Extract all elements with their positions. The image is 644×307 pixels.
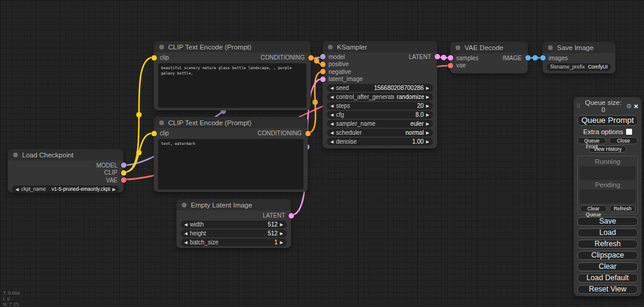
output-slot-latent[interactable]	[289, 213, 294, 218]
decrement-arrow-icon[interactable]: ◀	[184, 238, 187, 246]
input-slot-vae[interactable]	[448, 63, 453, 68]
widget-height[interactable]: ◀ height 512 ▶	[181, 230, 287, 237]
increment-arrow-icon[interactable]: ▶	[280, 230, 283, 237]
input-slot-positive[interactable]	[320, 61, 326, 67]
node-ksampler[interactable]: KSampler model LATENT positive negative …	[323, 41, 437, 148]
increment-arrow-icon[interactable]: ▶	[426, 120, 429, 128]
widget-batch-size[interactable]: ◀ batch_size 1 ▶	[181, 238, 287, 246]
close-button[interactable]: Close	[609, 137, 638, 144]
refresh-queue-button[interactable]: Refresh	[609, 205, 636, 212]
increment-arrow-icon[interactable]: ▶	[280, 221, 283, 228]
increment-arrow-icon[interactable]: ▶	[426, 93, 429, 101]
increment-arrow-icon[interactable]: ▶	[426, 129, 429, 137]
widget-ckpt-name[interactable]: ◀ ckpt_name v1-5-pruned-emaonly.ckpt ▶	[12, 185, 119, 193]
widget-filename-prefix[interactable]: filename_prefix ComfyUI	[547, 63, 611, 71]
decrement-arrow-icon[interactable]: ◀	[330, 93, 333, 101]
queue-front-button[interactable]: Queue Front	[577, 137, 606, 144]
collapse-dot-icon[interactable]	[548, 45, 553, 50]
widget-scheduler[interactable]: ◀ scheduler normal ▶	[327, 129, 433, 137]
widget-control-after-generate[interactable]: ◀ control_after_generate randomize ▶	[327, 93, 433, 101]
collapse-dot-icon[interactable]	[328, 45, 333, 49]
widget-width[interactable]: ◀ width 512 ▶	[181, 221, 287, 228]
collapse-dot-icon[interactable]	[159, 120, 164, 125]
decrement-arrow-icon[interactable]: ◀	[184, 230, 187, 237]
node-title: VAE Decode	[465, 44, 503, 51]
clear-queue-button[interactable]: Clear Queue	[580, 205, 607, 212]
node-save-image[interactable]: Save Image images filename_prefix ComfyU…	[543, 42, 615, 73]
input-slot-negative[interactable]	[320, 69, 326, 75]
collapse-dot-icon[interactable]	[159, 45, 164, 49]
comfyui-canvas[interactable]: { "icons": { "left_arrow": "◀", "right_a…	[0, 0, 644, 307]
clear-button[interactable]: Clear	[577, 262, 638, 271]
node-title-bar[interactable]: KSampler	[323, 41, 437, 52]
increment-arrow-icon[interactable]: ▶	[280, 238, 283, 246]
increment-arrow-icon[interactable]: ▶	[113, 185, 116, 193]
input-slot-clip[interactable]	[151, 55, 157, 60]
node-clip-text-encode-positive[interactable]: CLIP Text Encode (Prompt) clip CONDITION…	[154, 41, 311, 110]
decrement-arrow-icon[interactable]: ◀	[16, 185, 18, 193]
input-slot-clip[interactable]	[151, 131, 157, 136]
widget-sampler-name[interactable]: ◀ sampler_name euler ▶	[327, 120, 433, 128]
input-slot-samples[interactable]	[448, 55, 453, 61]
increment-arrow-icon[interactable]: ▶	[426, 138, 429, 145]
load-default-button[interactable]: Load Default	[577, 274, 638, 283]
widget-steps[interactable]: ◀ steps 20 ▶	[327, 102, 433, 110]
widget-seed[interactable]: ◀ seed 156680208700286 ▶	[327, 84, 433, 92]
clipspace-button[interactable]: Clipspace	[577, 251, 638, 260]
link-midpoint-dot	[312, 100, 318, 105]
output-slot-conditioning[interactable]	[308, 55, 314, 60]
save-button[interactable]: Save	[577, 217, 638, 226]
node-title-bar[interactable]: Save Image	[543, 42, 615, 53]
output-slot-clip[interactable]	[121, 170, 126, 175]
node-load-checkpoint[interactable]: Load Checkpoint MODEL CLIP VAE ◀ ckpt_na…	[8, 149, 123, 193]
node-title-bar[interactable]: Load Checkpoint	[8, 149, 123, 160]
decrement-arrow-icon[interactable]: ◀	[330, 84, 333, 92]
input-slot-images[interactable]	[540, 55, 546, 61]
output-slot-image[interactable]	[525, 55, 531, 61]
collapse-dot-icon[interactable]	[13, 153, 18, 157]
link-midpoint-dot	[137, 112, 142, 117]
node-title-bar[interactable]: VAE Decode	[450, 42, 528, 53]
increment-arrow-icon[interactable]: ▶	[426, 111, 429, 119]
increment-arrow-icon[interactable]: ▶	[426, 84, 429, 92]
close-icon[interactable]: ✕	[634, 103, 639, 110]
decrement-arrow-icon[interactable]: ◀	[184, 221, 187, 228]
node-title: Empty Latent Image	[191, 201, 252, 209]
slot-row: clip CONDITIONING	[154, 54, 311, 61]
refresh-button[interactable]: Refresh	[577, 240, 638, 249]
link-midpoint-dot	[314, 58, 320, 64]
widget-cfg[interactable]: ◀ cfg 8.0 ▶	[327, 111, 433, 119]
widget-denoise[interactable]: ◀ denoise 1.00 ▶	[327, 138, 433, 145]
node-vae-decode[interactable]: VAE Decode samples IMAGE vae	[450, 42, 528, 73]
load-button[interactable]: Load	[577, 228, 638, 237]
collapse-dot-icon[interactable]	[456, 45, 460, 50]
increment-arrow-icon[interactable]: ▶	[426, 102, 429, 110]
extra-options-checkbox[interactable]	[626, 129, 632, 135]
node-title-bar[interactable]: Empty Latent Image	[177, 199, 291, 210]
decrement-arrow-icon[interactable]: ◀	[330, 102, 333, 110]
node-title-bar[interactable]: CLIP Text Encode (Prompt)	[154, 117, 308, 128]
view-history-button[interactable]: View History	[589, 145, 627, 153]
output-slot-conditioning[interactable]	[305, 131, 311, 136]
output-slot-vae[interactable]	[121, 178, 126, 183]
decrement-arrow-icon[interactable]: ◀	[330, 138, 333, 145]
settings-gear-icon[interactable]: ⚙	[626, 103, 632, 110]
node-clip-text-encode-negative[interactable]: CLIP Text Encode (Prompt) clip CONDITION…	[154, 117, 308, 192]
collapse-dot-icon[interactable]	[182, 203, 187, 207]
decrement-arrow-icon[interactable]: ◀	[330, 111, 333, 119]
node-empty-latent-image[interactable]: Empty Latent Image LATENT ◀ width 512 ▶ …	[177, 199, 291, 248]
input-slot-latent-image[interactable]	[320, 76, 326, 82]
queue-panel[interactable]: ⠿ Queue size: 0 ⚙ ✕ Queue Prompt Extra o…	[574, 97, 642, 296]
queue-prompt-button[interactable]: Queue Prompt	[577, 115, 638, 126]
output-slot-model[interactable]	[121, 163, 126, 168]
decrement-arrow-icon[interactable]: ◀	[330, 120, 333, 128]
decrement-arrow-icon[interactable]: ◀	[330, 129, 333, 137]
node-title-bar[interactable]: CLIP Text Encode (Prompt)	[154, 41, 311, 52]
reset-view-button[interactable]: Reset View	[577, 285, 638, 294]
output-slot-latent[interactable]	[435, 54, 440, 60]
prompt-textarea[interactable]: text, watermark	[158, 139, 304, 190]
node-title: Load Checkpoint	[22, 151, 73, 159]
prompt-textarea[interactable]: beautiful scenery nature glass bottle la…	[158, 63, 306, 108]
input-slot-model[interactable]	[320, 54, 326, 60]
drag-handle-icon[interactable]: ⠿	[577, 103, 581, 109]
